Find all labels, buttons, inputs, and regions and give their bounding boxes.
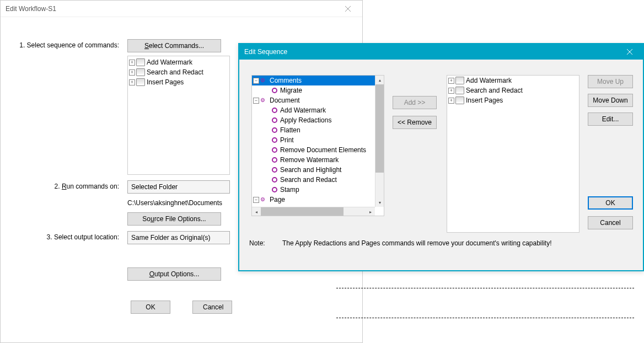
scroll-down-icon[interactable]: ▾ — [375, 198, 384, 207]
tree-item-label: Comments — [270, 77, 302, 84]
tree-item-label: Add Watermark — [280, 106, 326, 114]
output-location-select[interactable]: Same Folder as Original(s) — [127, 231, 230, 244]
bullet-icon — [272, 177, 277, 183]
tree-item-label: Insert Pages — [466, 97, 503, 104]
tree-item[interactable]: +Search and Redact — [447, 85, 579, 95]
horizontal-scrollbar[interactable]: ◂ ▸ — [252, 207, 375, 216]
ok-button[interactable]: OK — [131, 301, 170, 314]
titlebar: Edit Sequence — [239, 44, 643, 60]
doc-icon — [455, 97, 464, 104]
tree-item-label: Stamp — [280, 186, 299, 194]
tree-item[interactable]: Flatten — [252, 125, 375, 135]
bullet-icon — [272, 88, 277, 93]
tree-item[interactable]: +Insert Pages — [128, 77, 229, 87]
bullet-icon — [272, 167, 277, 173]
tree-item[interactable]: Search and Redact — [252, 175, 375, 185]
tree-item-label: Page — [270, 196, 285, 203]
window-title: Edit Sequence — [243, 48, 620, 56]
select-commands-button[interactable]: Select Commands... — [127, 39, 221, 52]
tree-item-label: Migrate — [280, 87, 302, 94]
tree-group[interactable]: −⚙Page — [252, 195, 375, 205]
dashed-line — [336, 288, 634, 288]
doc-icon — [455, 77, 464, 84]
note-text: The Apply Redactions and Pages commands … — [282, 239, 552, 247]
tree-item[interactable]: +Add Watermark — [128, 57, 229, 67]
tree-item-label: Search and Redact — [147, 68, 203, 76]
tree-item-label: Remove Document Elements — [280, 146, 366, 154]
scroll-up-icon[interactable]: ▴ — [375, 76, 384, 84]
tree-item[interactable]: Apply Redactions — [252, 115, 375, 125]
edit-button[interactable]: Edit... — [588, 112, 633, 126]
tree-group[interactable]: −⚙Comments — [252, 76, 375, 85]
add-button[interactable]: Add >> — [393, 96, 437, 109]
edit-sequence-dialog: Edit Sequence −⚙Comments Migrate −⚙Docum… — [238, 43, 644, 271]
output-options-button[interactable]: Output Options... — [127, 267, 221, 281]
doc-icon — [136, 58, 145, 66]
expand-icon[interactable]: + — [129, 69, 135, 76]
window-title: Edit Workflow-S1 — [4, 5, 337, 13]
vertical-scrollbar[interactable]: ▴ ▾ — [375, 76, 384, 207]
tree-item[interactable]: +Add Watermark — [447, 76, 579, 85]
tree-item[interactable]: Migrate — [252, 85, 375, 95]
run-on-select[interactable]: Selected Folder — [127, 180, 230, 194]
available-commands-tree[interactable]: −⚙Comments Migrate −⚙Document Add Waterm… — [251, 75, 384, 216]
bullet-icon — [272, 117, 277, 123]
tree-item[interactable]: Stamp — [252, 185, 375, 195]
expand-icon[interactable]: + — [129, 60, 135, 66]
scroll-left-icon[interactable]: ◂ — [252, 207, 261, 216]
cancel-button[interactable]: Cancel — [192, 301, 232, 314]
ok-button[interactable]: OK — [588, 196, 633, 210]
tree-group[interactable]: −⚙Document — [252, 95, 375, 105]
scroll-right-icon[interactable]: ▸ — [366, 207, 375, 216]
move-up-button[interactable]: Move Up — [588, 75, 633, 88]
note-label: Note: — [249, 239, 282, 247]
step3-label: 3. Select output location: — [12, 231, 127, 244]
tree-item-label: Flatten — [280, 126, 300, 134]
tree-item[interactable]: Remove Watermark — [252, 155, 375, 165]
tree-item-label: Search and Redact — [466, 87, 523, 94]
tree-item[interactable]: +Insert Pages — [447, 95, 579, 105]
cancel-button[interactable]: Cancel — [588, 216, 633, 229]
bullet-icon — [272, 108, 277, 113]
bullet-icon — [272, 127, 277, 133]
tree-item-label: Search and Redact — [280, 176, 337, 184]
bullet-icon — [272, 187, 277, 192]
gear-icon: ⚙ — [260, 196, 268, 203]
collapse-icon[interactable]: − — [253, 98, 259, 104]
expand-icon[interactable]: + — [448, 88, 454, 94]
bullet-icon — [272, 157, 277, 163]
doc-icon — [136, 68, 145, 76]
expand-icon[interactable]: + — [129, 79, 135, 85]
tree-item[interactable]: Search and Highlight — [252, 165, 375, 175]
expand-icon[interactable]: + — [448, 78, 454, 84]
selected-commands-tree[interactable]: +Add Watermark +Search and Redact +Inser… — [447, 75, 579, 233]
collapse-icon[interactable]: − — [253, 197, 259, 203]
gear-icon: ⚙ — [260, 97, 268, 104]
source-file-options-button[interactable]: Source File Options... — [127, 212, 221, 226]
tree-item[interactable]: Add Watermark — [252, 105, 375, 115]
path-label: C:\Users\aksinghnet\Documents — [127, 197, 222, 209]
tree-item[interactable]: +Search and Redact — [128, 67, 229, 77]
expand-icon[interactable]: + — [448, 98, 454, 104]
doc-icon — [136, 78, 145, 86]
tree-item-label: Add Watermark — [147, 58, 192, 66]
tree-item-label: Remove Watermark — [280, 156, 339, 164]
bullet-icon — [272, 137, 277, 143]
tree-item-label: Insert Pages — [147, 78, 184, 86]
bullet-icon — [272, 147, 277, 153]
collapse-icon[interactable]: − — [253, 78, 259, 84]
remove-button[interactable]: << Remove — [393, 116, 437, 129]
commands-tree[interactable]: +Add Watermark +Search and Redact +Inser… — [127, 56, 230, 175]
tree-item[interactable]: Print — [252, 135, 375, 145]
move-down-button[interactable]: Move Down — [588, 94, 633, 107]
close-icon[interactable] — [620, 44, 640, 60]
dashed-line — [336, 318, 634, 318]
step1-label: 1. Select sequence of commands: — [12, 39, 127, 52]
tree-item[interactable]: Remove Document Elements — [252, 145, 375, 155]
close-icon[interactable] — [337, 1, 359, 17]
tree-item-label: Apply Redactions — [280, 116, 331, 124]
tree-item-label: Document — [270, 97, 300, 104]
gear-icon: ⚙ — [260, 77, 268, 84]
tree-item-label: Print — [280, 136, 294, 144]
tree-item-label: Search and Highlight — [280, 166, 341, 174]
